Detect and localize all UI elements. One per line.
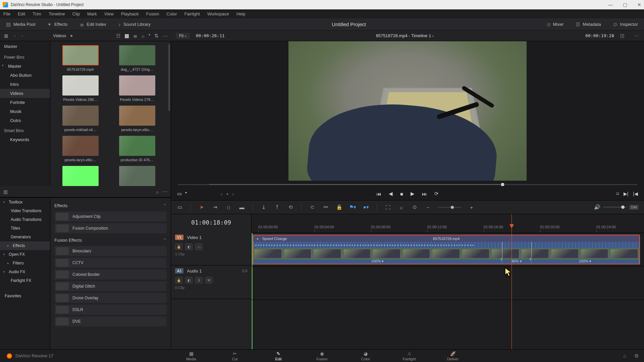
fx-cat[interactable]: Generators (0, 233, 50, 241)
maximize-button[interactable]: ▢ (623, 2, 627, 7)
effect-item[interactable]: Binoculars (54, 246, 167, 256)
replace-clip-button[interactable]: ⟲ (287, 204, 294, 210)
fx-cat-audiofx[interactable]: ▾Audio FX (0, 267, 50, 276)
bin-item[interactable]: Musik (0, 107, 50, 116)
media-thumb[interactable]: pexels-taryn-ellio… (54, 136, 106, 162)
sort-icon[interactable]: ⇅ (154, 33, 159, 39)
toggle-mixer[interactable]: ⎚Mixer (541, 21, 570, 27)
overwrite-clip-button[interactable]: ⤒ (274, 204, 280, 210)
effect-item[interactable]: DSLR (54, 305, 167, 315)
track-name[interactable]: Video 1 (187, 235, 202, 240)
menu-timeline[interactable]: Timeline (49, 11, 65, 16)
breadcrumb[interactable]: Videos (53, 33, 66, 38)
custom-zoom-button[interactable]: ⊙ (411, 204, 418, 210)
toggle-sound-library[interactable]: ♪Sound Library (112, 18, 156, 30)
project-settings-icon[interactable]: ⚙ (634, 353, 639, 359)
toggle-effects[interactable]: ✦Effects (41, 18, 74, 30)
menu-color[interactable]: Color (167, 11, 177, 16)
speed-pct[interactable]: 100% ▾ (371, 259, 384, 263)
lock-button[interactable]: 🔒 (336, 204, 342, 210)
media-thumb[interactable]: pexels-mikhail-nil… (54, 106, 106, 132)
menu-mark[interactable]: Mark (87, 11, 97, 16)
playhead[interactable] (512, 214, 512, 349)
menu-clip[interactable]: Clip (72, 11, 80, 16)
bin-item[interactable]: Master (0, 62, 50, 71)
timeline-view-options-icon[interactable]: ▭ (176, 204, 183, 210)
menu-view[interactable]: View (104, 11, 114, 16)
effect-item[interactable]: Drone Overlay (54, 293, 167, 303)
filter-icon[interactable]: ▾ (149, 33, 150, 39)
metadata-view-icon[interactable]: ☷ (116, 33, 120, 39)
viewer-mode-dropdown-icon[interactable]: ▾ (185, 191, 187, 197)
toggle-edit-index[interactable]: ≣Edit Index (74, 18, 112, 30)
viewer-scrubber[interactable] (178, 183, 637, 186)
zoom-slider[interactable] (438, 207, 462, 208)
page-edit[interactable]: ✎Edit (268, 351, 288, 361)
track-lock-icon[interactable]: 🔒 (175, 243, 182, 250)
detail-zoom-button[interactable]: ⌕ (398, 204, 405, 210)
media-thumb[interactable]: dog_-_4727 (Orig… (111, 45, 163, 71)
speed-pct[interactable]: 40% ▾ (512, 259, 522, 263)
dynamic-trim-button[interactable]: ⟮⟯ (225, 204, 232, 210)
menu-fairlight[interactable]: Fairlight (184, 11, 200, 16)
bin-view-icon[interactable]: ▥ (4, 33, 8, 38)
speed-pct[interactable]: 100% ▾ (579, 259, 591, 263)
auto-select-icon[interactable]: ◧ (185, 243, 193, 250)
solo-button[interactable]: S (195, 277, 203, 284)
track-tag[interactable]: A1 (175, 268, 183, 274)
bin-item[interactable]: Fortnite (0, 98, 50, 107)
menu-file[interactable]: File (3, 11, 10, 16)
video-track-row[interactable]: ◂ Speed Change 657518728.mp4 ▸▸▸▸▸▸▸▸▸▸▸… (252, 233, 644, 266)
zoom-out-button[interactable]: − (425, 204, 431, 210)
fx-cat[interactable]: Titles (0, 224, 50, 233)
speed-handle-grip[interactable]: ◊ (530, 257, 531, 261)
dual-viewer-icon[interactable]: ◫ (620, 33, 624, 38)
auto-select-icon[interactable]: ◧ (185, 277, 193, 284)
page-color[interactable]: ◕Color (356, 351, 376, 361)
jump-end-icon[interactable]: ▶| (624, 191, 629, 196)
link-button[interactable]: ⚯ (322, 204, 329, 210)
media-thumb[interactable] (111, 166, 163, 186)
bin-master[interactable]: Master (0, 41, 50, 52)
effect-item[interactable]: Adjustment Clip (54, 212, 167, 222)
program-viewer[interactable] (171, 41, 644, 181)
play-button[interactable]: ▶ (411, 191, 415, 197)
effect-item[interactable]: DVE (54, 316, 167, 326)
page-fairlight[interactable]: ♫Fairlight (399, 351, 419, 361)
media-thumb[interactable]: Pexels Videos 278… (111, 75, 163, 102)
bin-item[interactable]: Keywords (0, 135, 50, 144)
track-name[interactable]: Audio 1 (187, 268, 202, 274)
speed-handle-grip[interactable]: ◊ (500, 257, 502, 261)
fx-more-icon[interactable]: ⋯ (163, 189, 167, 194)
page-cut[interactable]: ✂Cut (225, 351, 245, 361)
home-icon[interactable]: ⌂ (623, 353, 626, 359)
thumb-view-icon[interactable]: ▦ (124, 33, 129, 39)
nav-fwd-icon[interactable]: › (21, 33, 23, 38)
more-icon[interactable]: ⋯ (163, 33, 168, 39)
menu-playback[interactable]: Playback (121, 11, 139, 16)
toggle-metadata[interactable]: ☰Metadata (570, 21, 607, 27)
go-last-button[interactable]: ⏭ (422, 191, 427, 197)
go-first-button[interactable]: ⏮ (376, 191, 381, 197)
speed-segment[interactable]: ◊100% ▾ (531, 259, 639, 263)
media-thumb[interactable]: 657518728.mp4 (54, 45, 106, 71)
page-fusion[interactable]: ◉Fusion (312, 351, 332, 361)
effect-item[interactable]: CCTV (54, 258, 167, 268)
track-enable-icon[interactable]: ▭ (195, 243, 203, 250)
media-thumb[interactable]: production ID 476… (111, 136, 163, 162)
step-back-button[interactable]: ◀ (389, 191, 393, 197)
speed-ramp-strip[interactable]: ▸▸▸▸▸▸▸▸▸▸▸▸▸▸▸▸▸▸▸▸▸▸▸▸▸▸▸▸▸▸▸▸▸▸▸▸▸▸▸▸… (253, 242, 639, 248)
zoom-fit-dropdown[interactable]: Fit ▾ (176, 33, 190, 39)
bin-item[interactable]: Intro (0, 80, 50, 89)
full-extent-zoom-button[interactable]: ⛶ (384, 204, 391, 210)
menu-fusion[interactable]: Fusion (146, 11, 159, 16)
timeline-name-dropdown[interactable]: 657518728.mp4 - Timeline 1 ▾ (376, 33, 434, 38)
fx-collapse-icon[interactable]: ▥ (3, 189, 8, 194)
match-frame-icon[interactable]: ‹ • › (221, 191, 235, 197)
selection-tool-button[interactable]: ➤ (198, 204, 205, 210)
speed-segment[interactable]: ◊40% ▾ (502, 259, 531, 263)
viewer-options-icon[interactable]: ⋯ (634, 33, 639, 38)
page-media[interactable]: ▦Media (181, 351, 201, 361)
fx-cat-favorites[interactable]: Favorites (0, 292, 50, 300)
track-header-a1[interactable]: A1Audio 12.0 🔒 ◧ S M 0 Clip (171, 265, 251, 299)
